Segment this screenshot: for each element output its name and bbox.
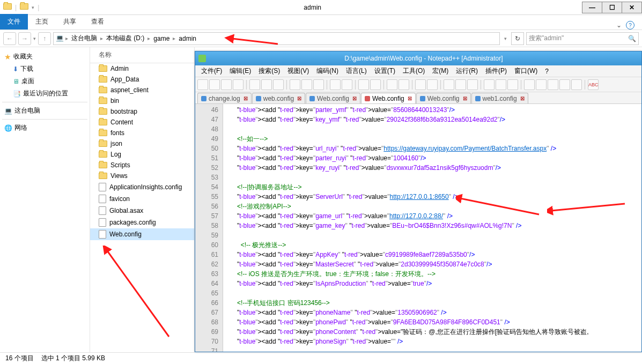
tb-copy-icon[interactable] [301,79,312,90]
tb-replace-icon[interactable] [370,79,381,90]
tb-folder-icon[interactable] [496,79,506,90]
menu-item[interactable]: 窗口(W) [511,66,541,76]
list-item[interactable]: bootstrap [90,106,194,117]
tree-this-pc[interactable]: 💻这台电脑 [2,105,87,117]
ribbon-tab-view[interactable]: 查看 [84,14,112,29]
ribbon-collapse-icon[interactable]: ⌄ [616,21,622,29]
bc-drive[interactable]: 本地磁盘 (D:) [104,34,146,43]
maximize-button[interactable] [602,2,622,13]
tree-recent[interactable]: 📑最近访问的位置 [2,87,87,100]
tb-showall-icon[interactable] [455,79,466,90]
column-header-name[interactable]: 名称 [90,47,194,63]
tb-open-icon[interactable] [209,79,220,90]
tb-indent-icon[interactable] [467,79,478,90]
list-item[interactable]: json [90,138,194,149]
tb-rec-multi-icon[interactable] [559,79,570,90]
tb-zoomout-icon[interactable] [399,79,409,90]
list-item[interactable]: Web.config [90,228,194,240]
editor-tab[interactable]: Web.config⊠ [416,93,471,103]
tb-spellcheck-icon[interactable]: ABC [588,79,599,90]
tree-desktop[interactable]: 🖥桌面 [2,75,87,87]
tb-doc-icon[interactable] [507,79,518,90]
breadcrumb[interactable]: 💻 ▸ 这台电脑 ▸ 本地磁盘 (D:) ▸ game ▸ admin [53,32,500,45]
tb-rec-save-icon[interactable] [571,79,582,90]
list-item[interactable]: aspnet_client [90,85,194,95]
close-tab-icon[interactable]: ⊠ [408,95,412,101]
close-tab-icon[interactable]: ⊠ [520,95,525,101]
tb-func-icon[interactable] [484,79,495,90]
close-tab-icon[interactable]: ⊠ [243,95,248,101]
refresh-button[interactable]: ↻ [511,32,524,45]
tb-rec-stop-icon[interactable] [536,79,547,90]
menu-item[interactable]: 运行(R) [452,66,482,76]
list-item[interactable]: favicon [90,193,194,205]
list-item[interactable]: packages.config [90,217,194,228]
bc-game[interactable]: game [151,35,172,42]
ribbon-tab-share[interactable]: 共享 [56,14,84,29]
bc-admin[interactable]: admin [176,35,198,42]
tree-favorites[interactable]: ★收藏夹 [2,50,87,63]
list-item[interactable]: App_Data [90,74,194,85]
tb-sync2-icon[interactable] [427,79,438,90]
tree-network[interactable]: 🌐网络 [2,122,87,134]
forward-button[interactable]: → [18,32,31,45]
help-icon[interactable]: ? [626,21,634,29]
tb-find-icon[interactable] [358,79,369,90]
editor-tab[interactable]: web1.config⊠ [471,93,528,103]
menu-item[interactable]: 插件(P) [482,66,511,76]
menu-item[interactable]: 编辑(E) [226,66,255,76]
ribbon-tab-home[interactable]: 主页 [28,14,56,29]
list-item[interactable]: Scripts [90,160,194,170]
menu-item[interactable]: 工具(O) [399,66,429,76]
editor-tab[interactable]: change.log⊠ [197,93,252,103]
tb-new-icon[interactable] [197,79,208,90]
tb-sync-icon[interactable] [415,79,426,90]
close-tab-icon[interactable]: ⊠ [463,95,467,101]
menu-item[interactable]: 文件(F) [197,66,226,76]
tb-closeall-icon[interactable] [261,79,272,90]
list-item[interactable]: Log [90,149,194,160]
tb-rec-play-icon[interactable] [548,79,558,90]
tb-saveall-icon[interactable] [233,79,243,90]
ribbon-tab-file[interactable]: 文件 [0,14,28,29]
menu-item[interactable]: ? [541,68,552,75]
editor-tab[interactable]: Web.config⊠ [361,93,416,103]
tb-rec-start-icon[interactable] [524,79,535,90]
tb-close-icon[interactable] [249,79,260,90]
list-item[interactable]: bin [90,95,194,106]
back-button[interactable]: ← [3,32,16,45]
history-dd-icon[interactable]: ▾ [33,36,36,41]
menu-item[interactable]: 设置(T) [371,66,399,76]
list-item[interactable]: Admin [90,63,194,74]
tb-redo-icon[interactable] [342,79,352,90]
list-item[interactable]: ApplicationInsights.config [90,181,194,193]
list-item[interactable]: Views [90,170,194,181]
close-tab-icon[interactable]: ⊠ [297,95,301,101]
tb-save-icon[interactable] [221,79,232,90]
menu-item[interactable]: 编码(N) [313,66,342,76]
tb-zoomin-icon[interactable] [387,79,397,90]
code-area[interactable]: "t-blue"><add "t-red">key="parter_ymf" "… [223,104,641,352]
list-item[interactable]: Content [90,117,194,128]
menu-item[interactable]: 宏(M) [429,66,452,76]
search-input[interactable]: 搜索"admin" 🔍 [526,32,639,45]
close-tab-icon[interactable]: ⊠ [352,95,357,101]
tree-downloads[interactable]: ⬇下载 [2,63,87,75]
titlebar-dd[interactable]: ▾ [32,5,34,10]
menu-item[interactable]: 视图(V) [284,66,313,76]
tb-wrap-icon[interactable] [444,79,454,90]
minimize-button[interactable] [582,2,602,13]
editor-tab[interactable]: web.config⊠ [252,93,305,103]
tb-cut-icon[interactable] [290,79,300,90]
up-button[interactable]: ↑ [38,32,51,45]
list-item[interactable]: fonts [90,128,194,138]
breadcrumb-dd-icon[interactable]: ▾ [502,36,509,41]
close-button[interactable] [622,2,642,13]
editor-tab[interactable]: Web.config⊠ [306,93,360,103]
menu-item[interactable]: 语言(L) [342,66,371,76]
tb-undo-icon[interactable] [330,79,341,90]
tb-paste-icon[interactable] [313,79,324,90]
bc-pc[interactable]: 这台电脑 [69,34,99,43]
tb-print-icon[interactable] [273,79,284,90]
list-item[interactable]: Global.asax [90,205,194,217]
